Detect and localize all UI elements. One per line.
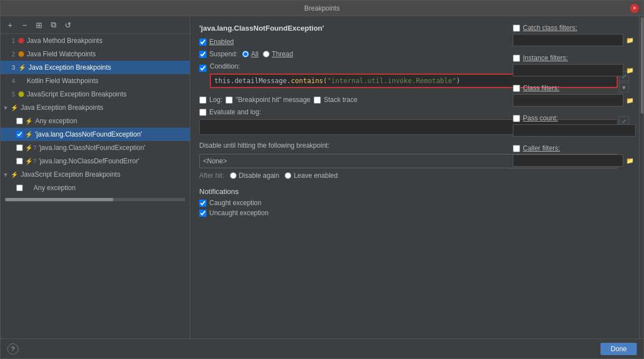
chevron-js-icon: ▼ [3, 172, 8, 178]
group-js-lightning-icon: ⚡ [11, 171, 18, 178]
tree-item-2[interactable]: 2 Java Field Watchpoints [1, 47, 190, 61]
tree-item-3[interactable]: 3 ⚡ Java Exception Breakpoints [1, 61, 190, 74]
add-button[interactable]: + [4, 19, 16, 31]
tree-subitem-classnotfound-1[interactable]: ⚡ 'java.lang.ClassNotFoundException' [1, 128, 190, 141]
log-checkbox[interactable] [199, 96, 206, 104]
evaluate-log-checkbox[interactable] [199, 109, 206, 116]
tree-item-1[interactable]: 1 Java Method Breakpoints [1, 34, 190, 47]
classnotfound1-checkbox[interactable] [16, 131, 23, 138]
catch-class-input-row: 📁 [513, 34, 636, 46]
catch-class-input[interactable] [513, 34, 623, 46]
red-dot-icon [18, 38, 24, 43]
condition-code: this.detailMessage.contains("internal.ut… [214, 77, 460, 85]
uncaught-exception-label[interactable]: Uncaught exception [199, 209, 635, 217]
stack-trace-checkbox[interactable] [314, 96, 321, 104]
noclassdef-checkbox[interactable] [16, 158, 23, 164]
catch-class-filter-label: Catch class filters: [513, 24, 636, 32]
caller-filter-section: Caller filters: 📁 [513, 144, 636, 167]
window-title: Breakpoints [304, 4, 339, 12]
right-scrollbar[interactable] [639, 16, 643, 338]
all-radio[interactable] [242, 51, 249, 57]
disable-again-label[interactable]: Disable again [230, 172, 280, 180]
disable-again-radio[interactable] [230, 172, 237, 179]
remove-button[interactable]: − [18, 19, 31, 31]
group-java-exception[interactable]: ▼ ⚡ Java Exception Breakpoints [1, 101, 190, 114]
restore-button[interactable]: ↺ [62, 19, 74, 31]
instance-input-row: 📁 [513, 64, 636, 76]
condition-checkbox[interactable] [199, 65, 206, 72]
class-input[interactable] [513, 94, 623, 106]
lightning-q-icon-2: ⚡? [25, 158, 36, 165]
chevron-icon: ▼ [3, 105, 8, 111]
done-button[interactable]: Done [600, 343, 637, 355]
main-content: + − ⊞ ⧉ ↺ 1 [1, 16, 643, 338]
condition-label: Condition: [210, 62, 240, 70]
instance-browse-btn[interactable]: 📁 [624, 64, 636, 76]
classnotfound2-checkbox[interactable] [16, 144, 23, 151]
right-panel: 'java.lang.ClassNotFoundException' Enabl… [190, 16, 643, 338]
leave-enabled-radio[interactable] [285, 172, 291, 179]
close-button[interactable]: × [630, 4, 639, 13]
caller-browse-btn[interactable]: 📁 [624, 154, 636, 167]
notifications-section: Notifications Caught exception Uncaught … [199, 187, 635, 217]
instance-checkbox[interactable] [513, 55, 520, 62]
catch-class-browse-btn[interactable]: 📁 [624, 34, 636, 46]
yellow-dot-icon [18, 91, 24, 97]
tree-item-4[interactable]: 4 Kotlin Field Watchpoints [1, 74, 190, 88]
js-any-checkbox[interactable] [16, 185, 23, 191]
lightning-icon-cf1: ⚡ [25, 131, 33, 138]
thread-radio-label[interactable]: Thread [263, 50, 293, 58]
scrollbar-container [1, 195, 190, 206]
enabled-label[interactable]: Enabled [199, 38, 234, 46]
suspend-label[interactable]: Suspend: [199, 50, 238, 58]
copy-button[interactable]: ⧉ [47, 19, 60, 31]
group-js-exception[interactable]: ▼ ⚡ JavaScript Exception Breakpoints [1, 168, 190, 181]
caught-exception-label[interactable]: Caught exception [199, 199, 635, 207]
condition-checkbox-label[interactable] [199, 64, 206, 72]
caller-filter-label: Caller filters: [513, 144, 636, 152]
title-bar: Breakpoints × [1, 1, 643, 16]
stack-trace-label[interactable]: Stack trace [314, 96, 357, 104]
tree-subitem-js-any[interactable]: Any exception [1, 181, 190, 195]
breakpoints-window: Breakpoints × + − ⊞ ⧉ [0, 0, 644, 359]
suspend-checkbox[interactable] [199, 51, 206, 58]
caught-exception-checkbox[interactable] [199, 200, 206, 207]
caller-checkbox[interactable] [513, 145, 520, 152]
lightning-icon-any: ⚡ [25, 118, 33, 125]
uncaught-exception-checkbox[interactable] [199, 210, 206, 217]
scrollbar-track [5, 198, 185, 201]
class-checkbox[interactable] [513, 85, 520, 92]
class-browse-btn[interactable]: 📁 [624, 94, 636, 106]
catch-class-checkbox[interactable] [513, 25, 520, 32]
breakpoint-hit-label[interactable]: "Breakpoint hit" message [225, 96, 310, 104]
log-checkbox-label[interactable]: Log: [199, 96, 222, 104]
right-scrollbar-thumb[interactable] [641, 17, 643, 114]
thread-radio[interactable] [263, 51, 270, 57]
pass-count-checkbox[interactable] [513, 115, 520, 122]
help-button[interactable]: ? [7, 343, 18, 355]
instance-filter-section: Instance filters: 📁 [513, 54, 636, 76]
tree-area[interactable]: 1 Java Method Breakpoints 2 Java Field W… [1, 34, 190, 338]
any-exception-checkbox[interactable] [16, 118, 23, 124]
group-button[interactable]: ⊞ [33, 19, 45, 31]
tree-item-5[interactable]: 5 JavaScript Exception Breakpoints [1, 88, 190, 101]
instance-input[interactable] [513, 64, 623, 76]
pass-count-input[interactable] [513, 124, 636, 137]
lightning-icon-3: ⚡ [18, 64, 26, 71]
all-radio-label[interactable]: All [242, 50, 258, 58]
breakpoint-hit-checkbox[interactable] [225, 96, 233, 104]
instance-filter-label: Instance filters: [513, 54, 636, 62]
pass-count-input-row [513, 124, 636, 137]
tree-subitem-classnotfound-2[interactable]: ⚡? 'java.lang.ClassNotFoundException' [1, 141, 190, 154]
pass-count-label: Pass count: [513, 114, 636, 122]
toolbar: + − ⊞ ⧉ ↺ [1, 16, 190, 34]
tree-subitem-any-exception[interactable]: ⚡ Any exception [1, 114, 190, 128]
enabled-checkbox[interactable] [199, 38, 206, 46]
catch-class-filter-section: Catch class filters: 📁 [513, 24, 636, 46]
lightning-q-icon-1: ⚡? [25, 144, 36, 152]
leave-enabled-label[interactable]: Leave enabled [285, 172, 338, 180]
caller-input[interactable] [513, 154, 623, 167]
scrollbar-thumb[interactable] [5, 198, 113, 201]
tree-subitem-noclassdef[interactable]: ⚡? 'java.lang.NoClassDefFoundError' [1, 154, 190, 168]
filters-panel: Catch class filters: 📁 Instance filters: [513, 24, 636, 174]
